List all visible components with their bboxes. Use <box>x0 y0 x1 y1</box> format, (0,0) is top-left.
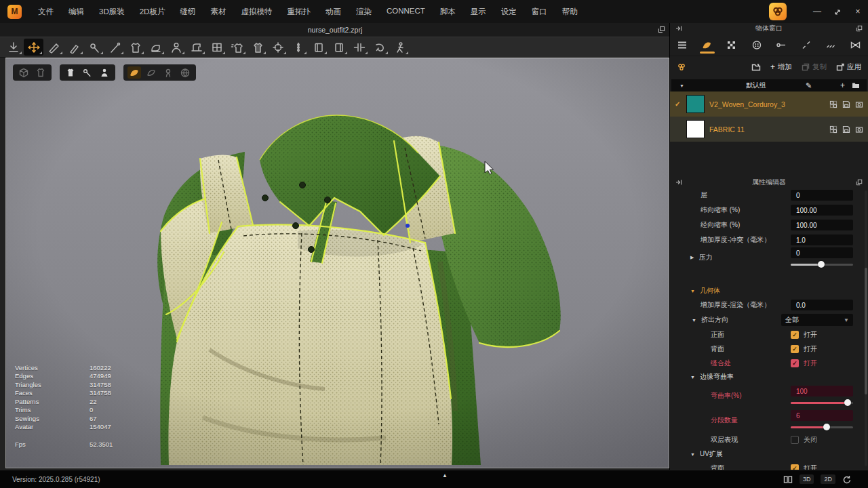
iron-tool[interactable] <box>146 39 165 56</box>
shirt-tool[interactable] <box>125 39 145 56</box>
fabric-row-fabric-11[interactable]: FABRIC 11 <box>670 117 868 142</box>
chevron-down-icon[interactable]: ▼ <box>690 452 695 457</box>
apply-fabric-button[interactable]: 应用 <box>836 62 861 72</box>
tab-button[interactable] <box>745 34 770 56</box>
curvature-slider[interactable] <box>791 399 853 406</box>
tab-topstitch[interactable] <box>769 34 794 56</box>
chevron-right-icon[interactable]: ▶ <box>690 255 694 260</box>
menu-item-sewing[interactable]: 缝纫 <box>172 7 203 17</box>
menu-item-help[interactable]: 帮助 <box>555 7 585 17</box>
pin-tool[interactable] <box>85 39 104 56</box>
fabric-group-header[interactable]: ▼ 默认组 ✎ + <box>671 79 867 92</box>
menu-item-retopology[interactable]: 重拓扑 <box>279 7 318 17</box>
collapse-panel-icon[interactable] <box>675 25 682 32</box>
3d-viewport[interactable]: Vertices160222 Edges474949 Triangles3147… <box>5 58 669 468</box>
add-group-icon[interactable]: + <box>840 81 845 90</box>
walk-tool[interactable] <box>390 39 410 56</box>
monochrome-surface-button[interactable] <box>144 66 158 79</box>
solid-garment-tool[interactable] <box>248 39 267 56</box>
segments-input[interactable]: 6 <box>791 410 853 421</box>
minimize-button[interactable]: — <box>807 0 827 23</box>
pressure-input[interactable]: 0 <box>791 247 853 258</box>
restore-button[interactable] <box>827 0 848 23</box>
tab-scene-list[interactable] <box>670 34 695 56</box>
uv-grid-icon[interactable] <box>829 125 837 134</box>
section-edge-curvature[interactable]: ▼ 边缘弯曲率 <box>670 370 868 384</box>
chevron-down-icon[interactable]: ▼ <box>690 375 695 380</box>
avatar-tool[interactable] <box>166 39 186 56</box>
target-tool[interactable] <box>268 39 288 56</box>
fabric-row-v2-woven-corduroy-3[interactable]: ✓ V2_Woven_Corduroy_3 <box>670 92 868 117</box>
menu-item-3d-garment[interactable]: 3D服装 <box>92 7 132 17</box>
thickness-collision-input[interactable]: 1.0 <box>791 235 853 245</box>
refresh-icon[interactable] <box>842 475 852 484</box>
fabric-swatch[interactable] <box>686 120 705 138</box>
save-icon[interactable] <box>842 100 850 108</box>
snapshot-icon[interactable] <box>855 100 863 108</box>
pressure-slider[interactable] <box>791 261 853 268</box>
menu-item-display[interactable]: 显示 <box>463 7 494 17</box>
snapshot-icon[interactable] <box>855 125 863 134</box>
sewing-machine-tool[interactable] <box>186 39 206 56</box>
back-checkbox[interactable]: ✓ <box>791 345 799 353</box>
tab-graphic-pattern[interactable] <box>719 34 745 56</box>
float-panel-icon[interactable] <box>658 26 665 33</box>
save-icon[interactable] <box>842 125 850 134</box>
texture-surface-button[interactable] <box>127 66 141 79</box>
tab-stitch[interactable] <box>794 34 819 56</box>
chevron-down-icon[interactable]: ▼ <box>679 83 684 88</box>
fabric-name[interactable]: FABRIC 11 <box>709 125 825 134</box>
tab-puckering[interactable] <box>818 34 844 56</box>
menu-item-edit[interactable]: 编辑 <box>61 7 92 17</box>
brush-tool[interactable] <box>64 39 84 56</box>
rename-group-icon[interactable]: ✎ <box>806 81 812 90</box>
move-tool[interactable] <box>24 39 43 56</box>
wind-garment-tool[interactable] <box>227 39 247 56</box>
menu-item-avatar[interactable]: 虚拟模特 <box>233 7 279 17</box>
menu-item-file[interactable]: 文件 <box>31 7 61 17</box>
extrude-direction-select[interactable]: 全部 ▼ <box>781 314 853 326</box>
fuse-checkbox[interactable]: ✓ <box>791 359 799 367</box>
grid-globe-button[interactable] <box>178 66 192 79</box>
add-fabric-button[interactable]: + 增加 <box>770 62 792 72</box>
show-avatar-button[interactable] <box>98 66 111 79</box>
fabric-name[interactable]: V2_Woven_Corduroy_3 <box>709 100 825 108</box>
avatar-skin-button[interactable] <box>161 66 175 79</box>
weft-shrinkage-input[interactable]: 100.00 <box>791 205 853 216</box>
hook-tool[interactable] <box>370 39 389 56</box>
front-checkbox[interactable]: ✓ <box>791 331 799 339</box>
menu-item-script[interactable]: 脚本 <box>433 7 463 17</box>
section-geometry[interactable]: ▼ 几何体 <box>670 284 868 298</box>
wand-tool[interactable] <box>105 39 125 56</box>
3d-view-button[interactable]: 3D <box>800 474 814 484</box>
spine-tool[interactable] <box>288 39 308 56</box>
double-layer-checkbox[interactable] <box>791 436 799 444</box>
pen-tool[interactable] <box>44 39 64 56</box>
copy-fabric-button[interactable]: 复制 <box>802 62 827 72</box>
segments-slider[interactable] <box>791 424 853 430</box>
menu-item-window[interactable]: 窗口 <box>524 7 555 17</box>
press-panel-tool[interactable] <box>309 39 328 56</box>
section-uv-expansion[interactable]: ▼ UV扩展 <box>670 447 868 461</box>
folder-icon[interactable] <box>852 82 860 89</box>
open-fabric-button[interactable] <box>751 63 761 71</box>
import-tool[interactable] <box>3 39 23 56</box>
menu-item-2d-pattern[interactable]: 2D板片 <box>132 7 173 17</box>
collapse-panel-icon[interactable] <box>675 179 682 186</box>
curvature-input[interactable]: 100 <box>791 386 853 396</box>
property-scrollbar[interactable] <box>865 190 867 466</box>
2d-view-button[interactable]: 2D <box>821 474 835 484</box>
mesh-view-button[interactable] <box>17 66 31 79</box>
menu-item-render[interactable]: 渲染 <box>349 7 379 17</box>
fabric-swatch[interactable] <box>686 95 705 113</box>
expand-timeline-icon[interactable]: ▲ <box>442 472 448 479</box>
thickness-render-input[interactable]: 0.0 <box>791 300 853 310</box>
layer-input[interactable]: 0 <box>791 190 853 201</box>
tab-fabric[interactable] <box>695 34 720 56</box>
close-button[interactable]: × <box>848 0 868 23</box>
grid-tool[interactable] <box>207 39 226 56</box>
garment-off-button[interactable] <box>34 66 47 79</box>
clamp-tool[interactable] <box>349 39 369 56</box>
menu-item-animation[interactable]: 动画 <box>318 7 349 17</box>
menu-item-material[interactable]: 素材 <box>203 7 233 17</box>
